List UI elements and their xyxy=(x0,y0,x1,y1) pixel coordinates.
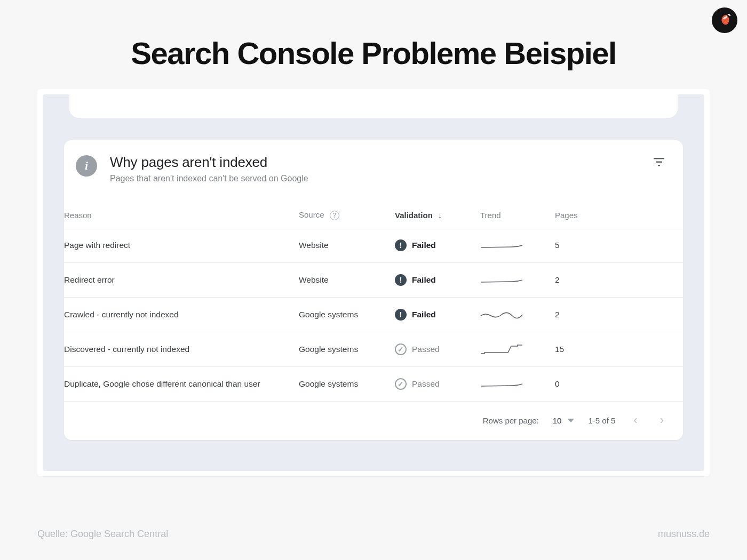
gsc-background: i Why pages aren't indexed Pages that ar… xyxy=(43,94,704,471)
col-header-source-label: Source xyxy=(299,210,324,219)
info-icon: i xyxy=(76,155,97,177)
error-icon: ! xyxy=(395,274,407,286)
rows-per-page-select[interactable]: 10 xyxy=(553,416,575,425)
pagination-range: 1-5 of 5 xyxy=(588,416,615,425)
sort-descending-icon: ↓ xyxy=(438,211,442,220)
cell-source: Website xyxy=(299,263,395,298)
cell-reason: Duplicate, Google chose different canoni… xyxy=(64,367,299,402)
cell-trend xyxy=(480,298,555,332)
cell-validation: ✓Passed xyxy=(395,367,480,402)
cell-pages: 2 xyxy=(555,263,683,298)
validation-text: Failed xyxy=(412,241,436,250)
cell-validation: ✓Passed xyxy=(395,332,480,367)
prev-page-button[interactable]: ‹ xyxy=(629,411,641,429)
source-caption: Quelle: Google Search Central xyxy=(37,529,168,540)
brand-logo xyxy=(712,7,737,33)
card-title: Why pages aren't indexed xyxy=(110,154,308,171)
screenshot-frame: i Why pages aren't indexed Pages that ar… xyxy=(37,89,710,476)
validation-text: Failed xyxy=(412,275,436,285)
indexing-issues-card: i Why pages aren't indexed Pages that ar… xyxy=(64,140,683,440)
nut-icon xyxy=(717,13,732,28)
col-header-trend[interactable]: Trend xyxy=(480,201,555,228)
validation-text: Failed xyxy=(412,310,436,319)
cell-pages: 5 xyxy=(555,228,683,263)
validation-text: Passed xyxy=(412,379,440,389)
cell-reason: Discovered - currently not indexed xyxy=(64,332,299,367)
cell-validation: !Failed xyxy=(395,228,480,263)
cell-trend xyxy=(480,332,555,367)
cell-validation: !Failed xyxy=(395,263,480,298)
rows-per-page-label: Rows per page: xyxy=(483,416,539,425)
sparkline xyxy=(480,273,523,285)
col-header-pages[interactable]: Pages xyxy=(555,201,683,228)
table-row[interactable]: Discovered - currently not indexedGoogle… xyxy=(64,332,683,367)
svg-rect-0 xyxy=(654,158,664,159)
table-row[interactable]: Redirect errorWebsite!Failed2 xyxy=(64,263,683,298)
check-icon: ✓ xyxy=(395,378,407,390)
table-row[interactable]: Page with redirectWebsite!Failed5 xyxy=(64,228,683,263)
svg-rect-2 xyxy=(658,165,660,166)
cell-source: Google systems xyxy=(299,332,395,367)
card-subtitle: Pages that aren't indexed can't be serve… xyxy=(110,174,308,183)
cell-trend xyxy=(480,263,555,298)
check-icon: ✓ xyxy=(395,343,407,355)
cell-source: Google systems xyxy=(299,367,395,402)
col-header-validation[interactable]: Validation ↓ xyxy=(395,201,480,228)
cell-pages: 2 xyxy=(555,298,683,332)
cell-source: Google systems xyxy=(299,298,395,332)
validation-text: Passed xyxy=(412,345,440,354)
table-header-row: Reason Source ? Validation ↓ Trend Pages xyxy=(64,201,683,228)
card-header: i Why pages aren't indexed Pages that ar… xyxy=(64,154,683,183)
filter-icon xyxy=(653,157,665,167)
site-caption: musnuss.de xyxy=(658,529,710,540)
help-icon[interactable]: ? xyxy=(330,211,339,220)
cell-validation: !Failed xyxy=(395,298,480,332)
cell-trend xyxy=(480,367,555,402)
col-header-reason[interactable]: Reason xyxy=(64,201,299,228)
cell-reason: Redirect error xyxy=(64,263,299,298)
chevron-down-icon xyxy=(568,419,574,422)
svg-rect-1 xyxy=(656,162,662,163)
rows-per-page-value: 10 xyxy=(553,416,562,425)
cell-pages: 15 xyxy=(555,332,683,367)
next-page-button[interactable]: › xyxy=(656,411,668,429)
page-title: Search Console Probleme Beispiel xyxy=(0,35,747,71)
card-stub-above xyxy=(69,94,678,118)
sparkline xyxy=(480,307,523,320)
cell-pages: 0 xyxy=(555,367,683,402)
col-header-source[interactable]: Source ? xyxy=(299,201,395,228)
sparkline xyxy=(480,377,523,389)
sparkline xyxy=(480,342,523,355)
table-row[interactable]: Crawled - currently not indexedGoogle sy… xyxy=(64,298,683,332)
error-icon: ! xyxy=(395,239,407,251)
cell-reason: Page with redirect xyxy=(64,228,299,263)
cell-trend xyxy=(480,228,555,263)
col-header-validation-label: Validation xyxy=(395,211,433,220)
issues-table: Reason Source ? Validation ↓ Trend Pages xyxy=(64,201,683,402)
error-icon: ! xyxy=(395,309,407,321)
cell-reason: Crawled - currently not indexed xyxy=(64,298,299,332)
footer: Quelle: Google Search Central musnuss.de xyxy=(37,529,710,540)
table-row[interactable]: Duplicate, Google chose different canoni… xyxy=(64,367,683,402)
sparkline xyxy=(480,238,523,251)
pagination: Rows per page: 10 1-5 of 5 ‹ › xyxy=(64,402,683,440)
cell-source: Website xyxy=(299,228,395,263)
filter-button[interactable] xyxy=(650,154,668,172)
